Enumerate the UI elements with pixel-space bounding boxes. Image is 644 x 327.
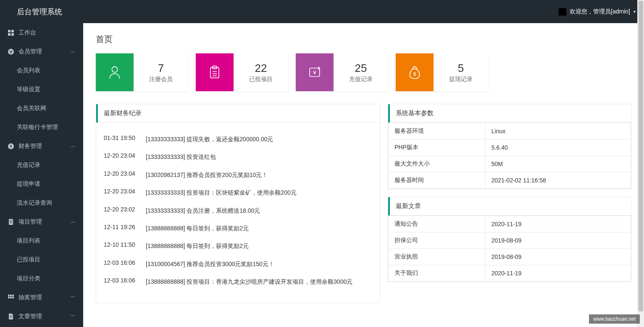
svg-point-4 [8, 49, 14, 55]
info-key: PHP版本 [389, 140, 486, 156]
stat-card-2[interactable]: ¥25充值记录 [296, 53, 388, 91]
finance-text: [13020982137] 推荐会员投资200元奖励10元！ [146, 170, 372, 179]
finance-row: 12-20 23:04[13020982137] 推荐会员投资200元奖励10元… [104, 166, 372, 184]
svg-rect-12 [10, 295, 12, 296]
table-row: 营业执照2019-08-09 [389, 249, 631, 265]
svg-rect-3 [11, 33, 14, 36]
articles-panel-title: 最新文章 [388, 197, 631, 216]
sidebar-item-5[interactable]: 文章管理﹀ [0, 307, 83, 326]
sidebar-subitem-1-3[interactable]: 关联银行卡管理 [0, 118, 83, 137]
articles-table: 通知公告2020-11-19担保公司2019-08-09营业执照2019-08-… [388, 216, 631, 282]
finance-text: [13100004567] 推荐会员投资3000元奖励150元！ [146, 259, 372, 269]
svg-rect-9 [10, 222, 12, 222]
sidebar-subitem-3-0[interactable]: 项目列表 [0, 231, 83, 250]
finance-panel: 最新财务纪录 01-31 19:50[13333333333] 提现失败，返还金… [96, 104, 380, 303]
finance-time: 12-03 16:06 [104, 259, 146, 269]
finance-text: [13888888888] 每日签到，获得奖励2元 [146, 224, 372, 233]
sidebar-subitem-1-2[interactable]: 会员关联网 [0, 99, 83, 118]
info-key: 最大文件大小 [389, 156, 486, 172]
stat-label: 注册会员 [149, 76, 173, 83]
finance-text: [13333333333] 会员注册，系统赠送18.00元 [146, 206, 372, 215]
table-row: 通知公告2020-11-19 [389, 216, 631, 232]
info-value: 50M [485, 156, 631, 172]
table-row: 服务器环境Linux [389, 123, 631, 140]
scrollbar-thumb[interactable] [639, 1, 643, 311]
finance-text: [13888888888] 投资项目：香港九龙尖沙咀房产建设开发项目，使用余额3… [146, 277, 372, 286]
chevron-up-icon: ︿ [71, 142, 76, 150]
sidebar-item-4[interactable]: 抽奖管理﹀ [0, 288, 83, 307]
article-title[interactable]: 担保公司 [389, 232, 486, 249]
finance-row: 01-31 19:50[13333333333] 提现失败，返还金额200000… [104, 130, 372, 148]
finance-time: 12-11 19:26 [104, 224, 146, 233]
finance-row: 12-20 23:02[13333333333] 会员注册，系统赠送18.00元 [104, 202, 372, 219]
sidebar-subitem-1-0[interactable]: 会员列表 [0, 61, 83, 80]
info-key: 服务器环境 [389, 123, 486, 140]
user-menu[interactable]: 欢迎您，管理员[admin] ▾ [559, 8, 636, 16]
sysinfo-panel-title: 系统基本参数 [388, 104, 631, 123]
sidebar-subitem-2-0[interactable]: 充值记录 [0, 156, 83, 174]
sidebar-item-label: 抽奖管理 [18, 294, 42, 301]
chevron-up-icon: ︿ [71, 48, 76, 55]
watermark: www.tiaozhuan.net [589, 314, 640, 324]
app-title: 后台管理系统 [17, 7, 62, 17]
chevron-up-icon: ︿ [71, 218, 76, 225]
info-value: Linux [485, 123, 631, 140]
grid-icon [8, 29, 14, 36]
sidebar-subitem-2-1[interactable]: 提现申请 [0, 174, 83, 193]
article-title[interactable]: 关于我们 [389, 265, 486, 282]
svg-rect-13 [12, 295, 14, 296]
finance-text: [13333333333] 投资项目：区块链紫金矿，使用余额200元 [146, 188, 372, 197]
stat-card-0[interactable]: 7注册会员 [96, 53, 188, 91]
article-date: 2019-08-09 [485, 232, 631, 249]
money-bag-icon: $ [396, 53, 434, 91]
page-title: 首页 [83, 23, 644, 53]
chevron-down-icon: ﹀ [71, 294, 76, 301]
article-title[interactable]: 营业执照 [389, 249, 486, 265]
sidebar-subitem-3-1[interactable]: 已投项目 [0, 250, 83, 269]
article-title[interactable]: 通知公告 [389, 216, 486, 232]
svg-rect-16 [12, 297, 14, 298]
finance-time: 12-20 23:04 [104, 152, 146, 161]
svg-rect-11 [8, 295, 10, 296]
svg-rect-17 [10, 316, 12, 316]
sidebar-item-1[interactable]: 会员管理︿ [0, 42, 83, 61]
stat-value: 5 [458, 62, 464, 75]
stat-card-1[interactable]: 22已投项目 [196, 53, 288, 91]
page-icon [8, 313, 14, 320]
svg-rect-1 [11, 30, 14, 32]
svg-rect-8 [10, 220, 12, 221]
article-date: 2020-11-19 [485, 216, 631, 232]
table-row: 关于我们2020-11-19 [389, 265, 631, 282]
sidebar-item-label: 项目管理 [18, 218, 42, 226]
sidebar-item-label: 文章管理 [18, 313, 42, 320]
stat-card-3[interactable]: $5提现记录 [396, 53, 488, 91]
finance-time: 01-31 19:50 [104, 134, 146, 144]
header: 后台管理系统 欢迎您，管理员[admin] ▾ [0, 0, 644, 23]
svg-rect-10 [10, 223, 12, 223]
svg-text:$: $ [413, 71, 416, 76]
sidebar-subitem-3-2[interactable]: 项目分类 [0, 269, 83, 288]
avatar [559, 8, 566, 16]
sidebar: 工作台会员管理︿会员列表等级设置会员关联网关联银行卡管理¥财务管理︿充值记录提现… [0, 23, 83, 327]
stat-value: 25 [355, 62, 367, 75]
sidebar-subitem-1-1[interactable]: 等级设置 [0, 80, 83, 99]
svg-rect-0 [8, 30, 11, 32]
stat-value: 22 [255, 62, 267, 75]
sidebar-item-3[interactable]: 项目管理︿ [0, 212, 83, 231]
article-date: 2020-11-19 [485, 265, 631, 282]
stat-label: 提现记录 [449, 76, 473, 83]
finance-row: 12-10 11:50[13888888888] 每日签到，获得奖励2元 [104, 237, 372, 255]
chevron-down-icon: ﹀ [71, 313, 76, 320]
panels-row: 最新财务纪录 01-31 19:50[13333333333] 提现失败，返还金… [83, 104, 644, 316]
sidebar-subitem-2-2[interactable]: 流水记录查询 [0, 193, 83, 212]
finance-row: 12-20 23:04[13333333333] 投资送红包 [104, 148, 372, 166]
sidebar-item-0[interactable]: 工作台 [0, 23, 83, 42]
sidebar-item-2[interactable]: ¥财务管理︿ [0, 137, 83, 156]
stat-label: 充值记录 [349, 76, 373, 83]
scrollbar[interactable] [637, 0, 644, 327]
svg-point-19 [112, 67, 117, 72]
sysinfo-table: 服务器环境LinuxPHP版本5.6.40最大文件大小50M服务器时间2021-… [388, 123, 631, 189]
finance-row: 12-03 16:06[13888888888] 投资项目：香港九龙尖沙咀房产建… [104, 273, 372, 290]
money-in-icon: ¥ [296, 53, 334, 91]
finance-row: 12-03 16:06[13100004567] 推荐会员投资3000元奖励15… [104, 255, 372, 273]
